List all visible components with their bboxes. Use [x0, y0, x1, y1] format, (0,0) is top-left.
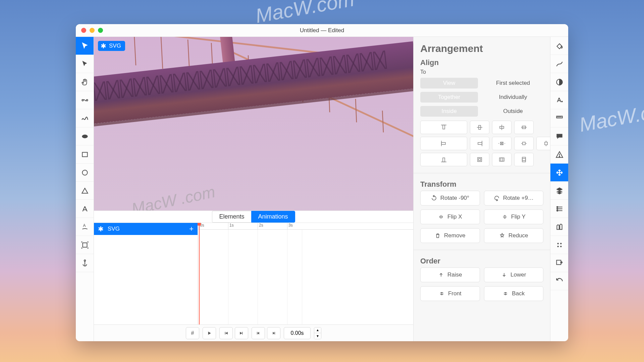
svg-point-50	[556, 208, 557, 209]
fill-panel[interactable]	[550, 37, 568, 55]
stack-3[interactable]	[514, 153, 534, 166]
align-to-view[interactable]: View	[420, 78, 478, 88]
align-outside[interactable]: Outside	[483, 108, 543, 115]
select-tool[interactable]	[76, 37, 94, 55]
align-individually[interactable]: Individually	[483, 94, 543, 101]
flip-y[interactable]: Flip Y	[484, 209, 544, 224]
step-forward-button[interactable]	[267, 327, 280, 339]
flip-x[interactable]: Flip X	[420, 209, 480, 224]
stack-2[interactable]	[492, 153, 512, 166]
add-animation-button[interactable]: +	[189, 225, 194, 233]
ellipse-fill-tool[interactable]	[76, 127, 94, 145]
stepper-down[interactable]: ▼	[314, 333, 321, 339]
inspector-title: Arrangement	[420, 43, 543, 54]
tick-1s: 1s	[228, 223, 234, 229]
typography-panel[interactable]	[550, 91, 568, 109]
align-right[interactable]	[470, 137, 489, 150]
selection-badge[interactable]: ✱ SVG	[98, 41, 125, 51]
anchor-tool[interactable]	[76, 254, 94, 272]
canvas[interactable]: ✱ SVG MacW .com	[94, 37, 413, 210]
svg-rect-29	[441, 142, 445, 144]
align-heading: Align	[420, 58, 543, 67]
order-front[interactable]: Front	[420, 286, 480, 301]
play-button[interactable]	[203, 327, 216, 339]
distribute-v[interactable]	[536, 137, 550, 150]
align-top[interactable]	[420, 121, 467, 134]
svg-point-53	[560, 243, 561, 244]
undo-button[interactable]	[550, 272, 568, 290]
library-panel[interactable]	[550, 218, 568, 236]
watermark: MacW.com	[254, 0, 356, 27]
step-back-button[interactable]	[252, 327, 265, 339]
pan-tool[interactable]	[76, 73, 94, 91]
svg-point-0	[82, 99, 83, 101]
playhead[interactable]	[199, 223, 200, 324]
order-lower[interactable]: Lower	[484, 267, 544, 282]
distribute-h-center[interactable]	[514, 137, 534, 150]
order-raise[interactable]: Raise	[420, 267, 480, 282]
selection-badge-label: SVG	[109, 43, 121, 49]
layer-item-svg[interactable]: ✱ SVG +	[94, 223, 198, 235]
align-to-first-selected[interactable]: First selected	[483, 80, 543, 86]
export-panel[interactable]	[550, 254, 568, 272]
svg-rect-34	[545, 142, 547, 145]
direct-select-tool[interactable]	[76, 55, 94, 73]
align-center-v[interactable]	[492, 121, 512, 134]
comments-panel[interactable]	[550, 127, 568, 145]
align-left[interactable]	[420, 137, 467, 150]
watermark: MacW.c	[578, 101, 644, 136]
svg-rect-38	[479, 159, 481, 161]
snap-toggle[interactable]: #	[186, 327, 199, 339]
rotate-minus-90[interactable]: Rotate -90°	[420, 191, 480, 205]
timeline-ruler[interactable]: 0s 1s 2s 3s	[198, 223, 413, 230]
ruler-panel[interactable]	[550, 109, 568, 127]
order-heading: Order	[420, 257, 543, 265]
time-display[interactable]: 0.00s	[284, 327, 311, 339]
tracks-column[interactable]: 0s 1s 2s 3s	[198, 223, 413, 324]
layer-label: SVG	[108, 226, 120, 232]
text-path-tool[interactable]: A	[76, 218, 94, 236]
layers-panel[interactable]	[550, 182, 568, 200]
circle-tool[interactable]	[76, 164, 94, 182]
stepper-up[interactable]: ▲	[314, 327, 321, 334]
svg-point-45	[559, 156, 559, 157]
freehand-tool[interactable]	[76, 109, 94, 127]
svg-point-51	[556, 210, 557, 211]
warning-panel[interactable]	[550, 145, 568, 164]
stroke-panel[interactable]	[550, 55, 568, 73]
svg-rect-31	[478, 142, 482, 144]
skip-end-button[interactable]	[235, 327, 248, 339]
rotate-plus-90[interactable]: Rotate +9…	[484, 191, 544, 205]
svg-rect-42	[522, 159, 526, 162]
skip-start-button[interactable]	[219, 327, 233, 339]
left-toolbar: A	[76, 37, 94, 341]
tab-animations[interactable]: Animations	[251, 211, 295, 223]
svg-text:A: A	[83, 223, 86, 228]
align-center-h[interactable]	[470, 121, 489, 134]
align-together[interactable]: Together	[420, 92, 478, 103]
arrangement-panel[interactable]	[550, 164, 568, 182]
reduce-transform[interactable]: Reduce	[484, 228, 544, 243]
tab-elements[interactable]: Elements	[212, 211, 251, 223]
svg-point-54	[557, 246, 558, 247]
stack-1[interactable]	[470, 153, 489, 166]
node-tool[interactable]	[76, 91, 94, 109]
align-inside[interactable]: Inside	[420, 106, 478, 117]
time-stepper[interactable]: ▲▼	[314, 327, 321, 339]
align-middle[interactable]	[514, 121, 534, 134]
distribute-h[interactable]	[492, 137, 512, 150]
svg-point-2	[82, 134, 88, 138]
align-bottom[interactable]	[420, 153, 467, 166]
rectangle-tool[interactable]	[76, 145, 94, 164]
triangle-tool[interactable]	[76, 182, 94, 200]
settings-panel[interactable]	[550, 236, 568, 254]
text-tool[interactable]	[76, 200, 94, 218]
titlebar: Untitled — Edited	[76, 24, 568, 37]
canvas-tint	[94, 37, 413, 210]
order-back[interactable]: Back	[484, 286, 544, 301]
artboard-tool[interactable]	[76, 236, 94, 254]
contrast-panel[interactable]	[550, 73, 568, 91]
properties-panel[interactable]	[550, 200, 568, 218]
tick-2s: 2s	[258, 223, 263, 229]
remove-transform[interactable]: Remove	[420, 228, 480, 243]
